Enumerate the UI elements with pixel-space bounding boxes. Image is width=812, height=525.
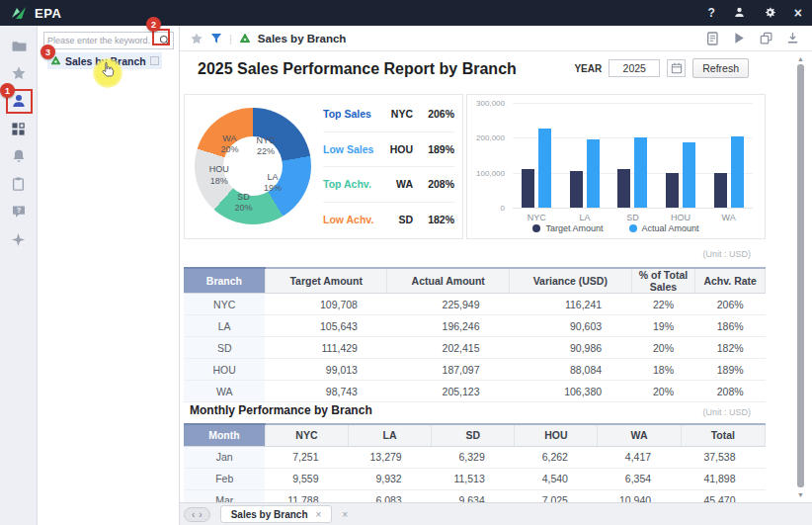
sidebar-item-folder[interactable]: [0, 32, 37, 59]
table-cell: 45,470: [681, 489, 765, 502]
table-cell: 9,559: [265, 468, 348, 489]
help-icon[interactable]: ?: [707, 7, 714, 19]
table-cell: 196,246: [387, 315, 510, 337]
bar-group: WA: [714, 136, 744, 209]
report-content: 2025 Sales Performance Report by Branch …: [180, 51, 812, 502]
stat-value: 189%: [413, 143, 454, 155]
scroll-up-icon[interactable]: ▲: [797, 55, 804, 62]
table-cell: 20%: [631, 337, 695, 359]
extra-close-icon[interactable]: ×: [342, 509, 348, 520]
bar-actual: [731, 136, 744, 209]
bar-category-label: LA: [579, 213, 590, 222]
app-logo: EPA: [10, 6, 61, 21]
legend-dot: [532, 224, 540, 232]
table-cell: 90,986: [510, 337, 632, 359]
column-header: Total: [681, 424, 765, 446]
tab-next-icon[interactable]: ›: [199, 509, 202, 520]
column-header: Month: [184, 424, 265, 446]
year-input[interactable]: [609, 59, 660, 77]
window-icon: [760, 32, 772, 44]
column-header: Actual Amount: [387, 268, 510, 294]
y-tick-label: 0: [501, 204, 505, 213]
table-cell: 41,898: [681, 468, 765, 489]
table-cell: 6,262: [515, 446, 598, 468]
donut-label: WA20%: [220, 132, 238, 155]
sidebar-item-support[interactable]: ?: [0, 198, 37, 225]
stat-branch: WA: [377, 178, 413, 190]
sparkle-icon: [11, 232, 26, 247]
bar-target: [666, 173, 679, 208]
bar-groups: NYCLASDHOUWA: [513, 103, 753, 208]
close-icon[interactable]: ×: [794, 6, 802, 20]
table-header-row: BranchTarget AmountActual AmountVariance…: [184, 268, 766, 294]
bar-actual: [634, 137, 647, 209]
star-icon[interactable]: [190, 32, 203, 45]
table-cell: 37,538: [681, 446, 765, 468]
bar-group: SD: [617, 137, 647, 209]
user-icon[interactable]: [733, 6, 746, 21]
table-cell: 109,708: [265, 294, 387, 315]
breadcrumb-toolbar: | Sales by Branch: [180, 26, 812, 51]
table-row: NYC109,708225,949116,24122%206%: [184, 294, 766, 315]
year-controls: YEAR Refresh: [574, 58, 749, 78]
tab-nav[interactable]: ‹ ›: [184, 507, 210, 522]
bar-group: HOU: [666, 142, 695, 208]
column-header: Achv. Rate: [695, 268, 766, 294]
app-window: EPA ? ×: [0, 0, 812, 525]
refresh-button[interactable]: Refresh: [692, 58, 749, 78]
table-cell: 20%: [631, 381, 695, 402]
sidebar-item-alerts[interactable]: [0, 142, 37, 170]
table-header-row: MonthNYCLASDHOUWATotal: [184, 424, 766, 446]
unit-label: (Unit : USD): [702, 249, 751, 259]
legend-item: Actual Amount: [629, 223, 699, 233]
grid-icon: [11, 122, 26, 136]
sidebar-item-dashboard[interactable]: [0, 115, 37, 142]
filter-icon[interactable]: [210, 33, 222, 44]
table-cell: 11,788: [265, 489, 348, 502]
table-cell: Mar: [184, 489, 265, 502]
table-cell: 10,940: [598, 489, 681, 502]
stat-row: Top SalesNYC206%: [323, 97, 454, 131]
stat-value: 208%: [413, 178, 454, 190]
calendar-button[interactable]: [667, 59, 686, 77]
table-cell: 6,083: [349, 489, 432, 502]
hand-cursor-icon: [100, 61, 116, 78]
search-input[interactable]: [44, 36, 156, 45]
column-header: NYC: [265, 424, 348, 446]
legend-label: Actual Amount: [642, 223, 699, 233]
vertical-scrollbar[interactable]: ▲ ▼: [794, 53, 807, 500]
table-cell: 208%: [695, 381, 766, 402]
document-button[interactable]: [702, 32, 722, 45]
gear-icon[interactable]: [764, 6, 776, 21]
table-cell: 189%: [695, 359, 766, 381]
scrollbar-thumb[interactable]: [797, 64, 804, 487]
tab-sales-by-branch[interactable]: Sales by Branch ×: [220, 505, 333, 523]
sidebar-item-ai[interactable]: [0, 225, 37, 253]
tab-close-icon[interactable]: ×: [316, 509, 322, 520]
bar-category-label: SD: [626, 213, 639, 222]
bar-legend: Target AmountActual Amount: [467, 223, 765, 233]
bar-actual: [538, 129, 551, 208]
popup-icon[interactable]: [150, 56, 159, 65]
donut-chart: NYC22%LA19%SD20%HOU18%WA20%: [195, 108, 311, 224]
window-button[interactable]: [756, 32, 775, 44]
download-button[interactable]: [782, 32, 802, 44]
svg-text:?: ?: [16, 206, 21, 215]
sidebar-item-tasks[interactable]: [0, 170, 37, 198]
stat-branch: SD: [377, 214, 413, 225]
bar-actual: [683, 142, 695, 208]
bar-group: NYC: [522, 129, 551, 208]
folder-icon: [11, 39, 27, 53]
table-cell: 4,540: [515, 468, 598, 489]
stat-label: Top Achv.: [323, 178, 377, 190]
run-button[interactable]: [729, 32, 749, 44]
table-cell: 202,415: [387, 337, 510, 359]
table-cell: 225,949: [387, 294, 510, 315]
table-cell: Feb: [184, 468, 265, 489]
monthly-table: MonthNYCLASDHOUWATotalJan7,25113,2796,32…: [184, 423, 766, 502]
scroll-down-icon[interactable]: ▼: [797, 491, 804, 498]
column-header: Target Amount: [265, 268, 387, 294]
table-cell: NYC: [184, 294, 265, 315]
gridline: [513, 208, 753, 209]
tab-prev-icon[interactable]: ‹: [192, 509, 195, 520]
